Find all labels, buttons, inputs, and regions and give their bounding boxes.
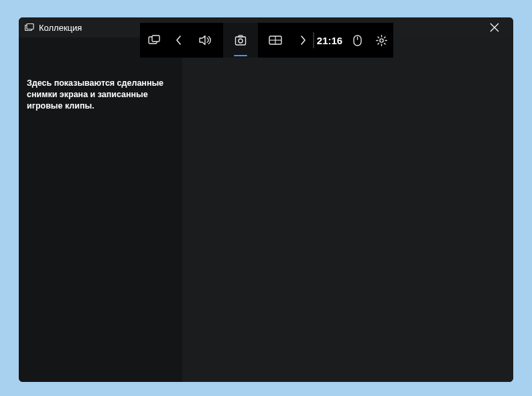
svg-line-22 xyxy=(384,37,385,38)
settings-button[interactable] xyxy=(369,23,393,58)
next-button[interactable] xyxy=(293,23,313,58)
svg-rect-1 xyxy=(27,23,34,29)
close-button[interactable] xyxy=(481,17,508,38)
main-pane xyxy=(182,38,513,382)
widgets-button[interactable] xyxy=(140,23,168,58)
chevron-left-icon xyxy=(176,36,182,45)
capture-button[interactable] xyxy=(223,23,258,58)
clock-display: 21:16 xyxy=(314,23,345,58)
close-icon xyxy=(490,23,499,32)
capture-icon xyxy=(235,35,247,46)
window-title: Коллекция xyxy=(39,23,82,33)
svg-marker-6 xyxy=(200,36,205,45)
svg-rect-7 xyxy=(236,37,246,45)
gamebar-toolbar: 21:16 xyxy=(140,23,393,58)
content-area: Здесь показываются сделанные снимки экра… xyxy=(19,38,513,382)
svg-line-21 xyxy=(384,43,385,44)
sidebar: Здесь показываются сделанные снимки экра… xyxy=(19,38,182,382)
performance-icon xyxy=(269,36,282,45)
mouse-icon xyxy=(353,35,362,46)
audio-button[interactable] xyxy=(188,23,223,58)
svg-line-20 xyxy=(378,37,379,38)
svg-point-8 xyxy=(239,39,243,43)
gear-icon xyxy=(376,35,387,46)
widgets-icon xyxy=(148,35,160,46)
gallery-appicon xyxy=(24,22,35,33)
prev-button[interactable] xyxy=(168,23,188,58)
svg-point-15 xyxy=(379,38,383,42)
chevron-right-icon xyxy=(300,36,306,45)
mouse-button[interactable] xyxy=(345,23,369,58)
empty-state-text: Здесь показываются сделанные снимки экра… xyxy=(27,78,174,112)
svg-rect-9 xyxy=(239,36,243,38)
collection-window: Коллекция Здесь показываются сделанные с… xyxy=(19,17,513,382)
performance-button[interactable] xyxy=(258,23,293,58)
svg-rect-5 xyxy=(152,36,159,42)
svg-line-23 xyxy=(378,43,379,44)
speaker-icon xyxy=(199,35,212,46)
